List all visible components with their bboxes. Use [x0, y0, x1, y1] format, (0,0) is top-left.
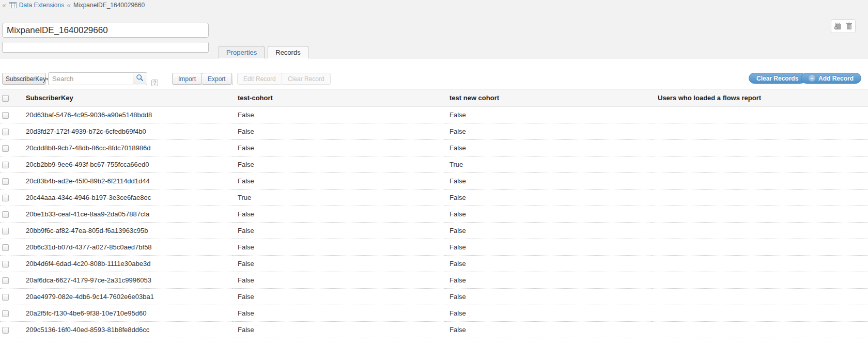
- cell-subscriberkey: 20b6c31d-b07d-4377-a027-85c0aed7bf58: [21, 239, 233, 256]
- row-checkbox[interactable]: [2, 327, 9, 334]
- cell-test-new-cohort: False: [444, 289, 653, 305]
- cell-flows-report: [653, 173, 868, 190]
- clear-record-button[interactable]: Clear Record: [282, 73, 331, 85]
- cell-flows-report: [653, 239, 868, 256]
- cell-test-new-cohort: True: [444, 156, 653, 173]
- cell-test-cohort: False: [233, 239, 444, 256]
- edit-record-button[interactable]: Edit Record: [237, 73, 282, 85]
- cell-flows-report: [653, 140, 868, 156]
- row-checkbox[interactable]: [2, 310, 9, 317]
- cell-test-new-cohort: False: [444, 256, 653, 272]
- cell-test-cohort: False: [233, 206, 444, 223]
- cell-subscriberkey: 20c83b4b-ad2e-45f0-89b2-6f2114dd1d44: [21, 173, 233, 190]
- cell-subscriberkey: 20d3fd27-172f-4939-b72c-6cfedb69f4b0: [21, 123, 233, 140]
- cell-flows-report: [653, 190, 868, 206]
- search-button[interactable]: [133, 73, 146, 84]
- table-row: 20b4d6f4-6dad-4c20-808b-1111e30abe3d Fal…: [0, 256, 868, 272]
- breadcrumb-link-data-extensions[interactable]: Data Extensions: [19, 2, 64, 9]
- add-record-button[interactable]: + Add Record: [801, 73, 861, 84]
- add-record-label: Add Record: [818, 75, 854, 82]
- row-checkbox[interactable]: [2, 162, 9, 168]
- cell-test-cohort: False: [233, 156, 444, 173]
- cell-subscriberkey: 209c5136-16f0-40ed-8593-81b8fe8dd6cc: [21, 322, 233, 338]
- plus-icon: +: [809, 75, 815, 82]
- table-row: 20d3fd27-172f-4939-b72c-6cfedb69f4b0 Fal…: [0, 123, 868, 140]
- tab-properties[interactable]: Properties: [219, 46, 265, 58]
- clear-records-label: Clear Records: [756, 75, 798, 82]
- search-field-dropdown-value: SubscriberKey: [6, 75, 46, 83]
- export-button[interactable]: Export: [202, 73, 232, 85]
- cell-test-cohort: True: [233, 190, 444, 206]
- search-input[interactable]: [49, 73, 130, 85]
- row-checkbox[interactable]: [2, 211, 9, 218]
- breadcrumb: « Data Extensions « MixpanelDE_164002966…: [2, 1, 145, 9]
- cell-test-new-cohort: False: [444, 140, 653, 156]
- data-extension-name-input[interactable]: [2, 23, 209, 38]
- cell-test-new-cohort: False: [444, 322, 653, 338]
- back-chevron-icon[interactable]: «: [2, 2, 6, 9]
- tab-records[interactable]: Records: [268, 46, 308, 58]
- clear-records-button[interactable]: Clear Records: [749, 73, 806, 84]
- table-row: 20be1b33-ceaf-41ce-8aa9-2da057887cfa Fal…: [0, 206, 868, 223]
- table-row: 20bb9f6c-af82-47ea-805d-f6a13963c95b Fal…: [0, 223, 868, 239]
- cell-flows-report: [653, 256, 868, 272]
- tab-bar: Properties Records: [219, 46, 308, 58]
- cell-subscriberkey: 20a2f5fc-f130-4be6-9f38-10e710e95d60: [21, 305, 233, 322]
- cell-subscriberkey: 20af6dca-6627-4179-97ce-2a31c9996053: [21, 272, 233, 289]
- data-extensions-grid-icon: [9, 2, 17, 8]
- cell-test-new-cohort: False: [444, 239, 653, 256]
- table-row: 20d63baf-5476-4c95-9036-a90e5148bdd8 Fal…: [0, 107, 868, 123]
- cell-test-cohort: False: [233, 123, 444, 140]
- select-all-checkbox[interactable]: [2, 95, 9, 102]
- cell-subscriberkey: 20cdd8b8-9cb7-48db-86cc-8fdc7018986d: [21, 140, 233, 156]
- row-checkbox[interactable]: [2, 129, 9, 135]
- column-header-test-new-cohort[interactable]: test new cohort: [444, 89, 653, 107]
- table-header-row: SubscriberKey test-cohort test new cohor…: [0, 89, 868, 107]
- page-header-band: « Data Extensions « MixpanelDE_164002966…: [0, 0, 868, 58]
- table-row: 209c5136-16f0-40ed-8593-81b8fe8dd6cc Fal…: [0, 322, 868, 338]
- table-row: 20ae4979-082e-4db6-9c14-7602e6e03ba1 Fal…: [0, 289, 868, 305]
- records-toolbar: SubscriberKey ▾ ? Import Export Edit Rec…: [0, 59, 868, 89]
- import-button[interactable]: Import: [172, 73, 202, 85]
- cell-flows-report: [653, 223, 868, 239]
- table-row: 20cdd8b8-9cb7-48db-86cc-8fdc7018986d Fal…: [0, 140, 868, 156]
- row-checkbox[interactable]: [2, 195, 9, 201]
- cell-test-cohort: False: [233, 256, 444, 272]
- row-checkbox[interactable]: [2, 178, 9, 185]
- cell-flows-report: [653, 289, 868, 305]
- help-icon[interactable]: ?: [151, 80, 158, 86]
- breadcrumb-separator: «: [67, 2, 71, 9]
- cell-test-new-cohort: False: [444, 305, 653, 322]
- row-checkbox[interactable]: [2, 244, 9, 251]
- records-table: SubscriberKey test-cohort test new cohor…: [0, 89, 868, 338]
- copy-icon[interactable]: [833, 22, 841, 30]
- search-field-dropdown[interactable]: SubscriberKey ▾: [2, 73, 46, 85]
- column-header-flows-report[interactable]: Users who loaded a flows report: [653, 89, 868, 107]
- cell-subscriberkey: 20d63baf-5476-4c95-9036-a90e5148bdd8: [21, 107, 233, 123]
- cell-test-new-cohort: False: [444, 190, 653, 206]
- row-checkbox[interactable]: [2, 145, 9, 152]
- data-extension-description-input[interactable]: [2, 42, 209, 53]
- cell-test-cohort: False: [233, 140, 444, 156]
- cell-subscriberkey: 20c44aaa-434c-4946-b197-3e3ce6fae8ec: [21, 190, 233, 206]
- cell-test-new-cohort: False: [444, 223, 653, 239]
- row-checkbox[interactable]: [2, 228, 9, 234]
- trash-icon[interactable]: [845, 22, 853, 30]
- cell-flows-report: [653, 322, 868, 338]
- row-checkbox[interactable]: [2, 277, 9, 284]
- cell-test-new-cohort: False: [444, 123, 653, 140]
- row-checkbox[interactable]: [2, 261, 9, 268]
- cell-test-cohort: False: [233, 305, 444, 322]
- header-actions-box: [831, 19, 856, 33]
- row-checkbox[interactable]: [2, 112, 9, 119]
- table-row: 20c44aaa-434c-4946-b197-3e3ce6fae8ec Tru…: [0, 190, 868, 206]
- column-header-subscriberkey[interactable]: SubscriberKey: [21, 89, 233, 107]
- cell-test-cohort: False: [233, 272, 444, 289]
- row-checkbox[interactable]: [2, 294, 9, 301]
- toolbar-divider: [233, 73, 233, 85]
- column-header-test-cohort[interactable]: test-cohort: [233, 89, 444, 107]
- cell-test-cohort: False: [233, 322, 444, 338]
- cell-flows-report: [653, 107, 868, 123]
- cell-test-cohort: False: [233, 289, 444, 305]
- magnifier-icon: [136, 74, 144, 84]
